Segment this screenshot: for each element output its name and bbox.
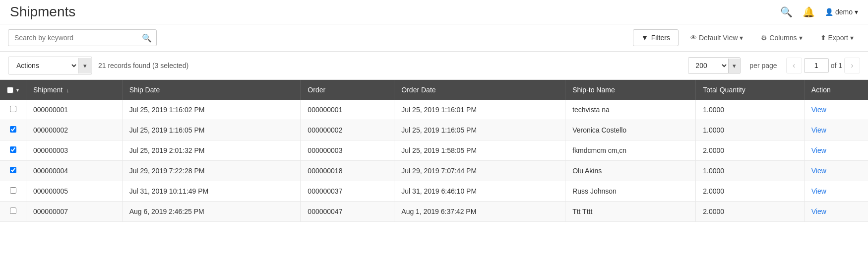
- table-header-row: ▾ Shipment ↓ Ship Date Order Order Date …: [0, 80, 868, 100]
- export-icon: ⬆: [820, 34, 826, 42]
- th-ship-to-name: Ship-to Name: [565, 80, 696, 100]
- per-page-label: per page: [745, 62, 781, 70]
- search-submit-icon[interactable]: 🔍: [142, 33, 152, 43]
- top-bar: Shipments 🔍 🔔 👤 demo ▾: [0, 0, 868, 24]
- row-ship_date: Jul 25, 2019 2:01:32 PM: [122, 140, 301, 161]
- row-shipment: 000000001: [26, 100, 123, 120]
- view-link[interactable]: View: [811, 208, 826, 215]
- view-icon: 👁: [690, 34, 697, 42]
- th-dropdown-arrow[interactable]: ▾: [16, 87, 19, 93]
- row-total_quantity: 1.0000: [696, 120, 805, 140]
- row-checkbox[interactable]: [10, 126, 16, 133]
- row-ship_to_name: techvista na: [565, 100, 696, 120]
- columns-button[interactable]: ⚙ Columns ▾: [754, 29, 808, 46]
- prev-page-button[interactable]: ‹: [786, 58, 802, 73]
- row-action-cell: View: [804, 140, 868, 161]
- table-row: 000000003Jul 25, 2019 2:01:32 PM00000000…: [0, 140, 868, 161]
- actions-bar-right: 200 ▾ per page ‹ of 1 ›: [688, 57, 860, 74]
- row-order: 000000018: [301, 161, 394, 181]
- user-dropdown-arrow: ▾: [855, 8, 858, 16]
- view-button[interactable]: 👁 Default View ▾: [683, 29, 749, 46]
- page-number-input[interactable]: [804, 58, 829, 73]
- view-link[interactable]: View: [811, 187, 826, 195]
- table-row: 000000001Jul 25, 2019 1:16:02 PM00000000…: [0, 100, 868, 120]
- columns-label: Columns: [769, 34, 797, 42]
- columns-dropdown-arrow: ▾: [799, 34, 803, 42]
- per-page-select[interactable]: 200: [688, 58, 728, 73]
- row-checkbox-cell: [0, 161, 26, 181]
- export-dropdown-arrow: ▾: [850, 34, 854, 42]
- row-action-cell: View: [804, 181, 868, 202]
- search-input[interactable]: [8, 29, 157, 46]
- row-order: 000000037: [301, 181, 394, 202]
- toolbar-left: 🔍: [8, 29, 157, 46]
- table-row: 000000002Jul 25, 2019 1:16:05 PM00000000…: [0, 120, 868, 140]
- row-total_quantity: 2.0000: [696, 140, 805, 161]
- actions-dropdown-button[interactable]: ▾: [78, 58, 92, 73]
- actions-bar-left: Actions ▾ 21 records found (3 selected): [8, 57, 188, 74]
- row-action-cell: View: [804, 161, 868, 181]
- row-total_quantity: 2.0000: [696, 202, 805, 222]
- filters-label: Filters: [651, 34, 670, 42]
- row-checkbox[interactable]: [10, 106, 16, 112]
- export-label: Export: [828, 34, 848, 42]
- row-order_date: Jul 25, 2019 1:58:05 PM: [394, 140, 565, 161]
- view-link[interactable]: View: [811, 146, 826, 154]
- row-order_date: Jul 25, 2019 1:16:01 PM: [394, 100, 565, 120]
- row-order: 000000001: [301, 100, 394, 120]
- row-action-cell: View: [804, 100, 868, 120]
- next-page-button[interactable]: ›: [844, 58, 860, 73]
- user-label: demo: [835, 8, 853, 16]
- row-checkbox[interactable]: [10, 187, 16, 194]
- row-checkbox-cell: [0, 202, 26, 222]
- view-dropdown-arrow: ▾: [740, 34, 743, 42]
- view-link[interactable]: View: [811, 126, 826, 134]
- th-order-date-label: Order Date: [401, 86, 435, 94]
- row-action-cell: View: [804, 202, 868, 222]
- row-ship_date: Jul 31, 2019 10:11:49 PM: [122, 181, 301, 202]
- shipments-table: ▾ Shipment ↓ Ship Date Order Order Date …: [0, 80, 868, 222]
- sort-shipment-icon[interactable]: ↓: [66, 87, 69, 93]
- row-checkbox-cell: [0, 100, 26, 120]
- row-checkbox[interactable]: [10, 146, 16, 153]
- row-shipment: 000000003: [26, 140, 123, 161]
- table-row: 000000007Aug 6, 2019 2:46:25 PM000000047…: [0, 202, 868, 222]
- row-order: 000000002: [301, 120, 394, 140]
- row-order_date: Aug 1, 2019 6:37:42 PM: [394, 202, 565, 222]
- row-checkbox[interactable]: [10, 208, 16, 214]
- th-select-all: ▾: [0, 80, 26, 100]
- pagination: ‹ of 1 ›: [786, 58, 860, 73]
- table-row: 000000004Jul 29, 2019 7:22:28 PM00000001…: [0, 161, 868, 181]
- row-ship_to_name: fkmdcmcm cm,cn: [565, 140, 696, 161]
- row-ship_date: Jul 25, 2019 1:16:05 PM: [122, 120, 301, 140]
- row-shipment: 000000005: [26, 181, 123, 202]
- row-order: 000000003: [301, 140, 394, 161]
- row-checkbox[interactable]: [10, 167, 16, 173]
- bell-icon[interactable]: 🔔: [803, 6, 815, 18]
- row-checkbox-cell: [0, 181, 26, 202]
- view-link[interactable]: View: [811, 167, 826, 175]
- th-shipment: Shipment ↓: [26, 80, 123, 100]
- th-order-date: Order Date: [394, 80, 565, 100]
- th-ship-date: Ship Date: [122, 80, 301, 100]
- row-action-cell: View: [804, 120, 868, 140]
- th-shipment-label: Shipment: [33, 86, 62, 94]
- row-order_date: Jul 29, 2019 7:07:44 PM: [394, 161, 565, 181]
- row-order_date: Jul 25, 2019 1:16:05 PM: [394, 120, 565, 140]
- export-button[interactable]: ⬆ Export ▾: [814, 29, 860, 46]
- select-all-checkbox[interactable]: [7, 87, 13, 93]
- row-ship_to_name: Veronica Costello: [565, 120, 696, 140]
- records-info: 21 records found (3 selected): [98, 62, 188, 70]
- row-checkbox-cell: [0, 140, 26, 161]
- th-action-label: Action: [811, 86, 831, 94]
- filters-button[interactable]: ▼ Filters: [633, 29, 679, 46]
- per-page-dropdown-button[interactable]: ▾: [728, 59, 740, 73]
- view-link[interactable]: View: [811, 106, 826, 114]
- actions-select[interactable]: Actions: [8, 57, 78, 74]
- row-ship_date: Jul 25, 2019 1:16:02 PM: [122, 100, 301, 120]
- th-ship-date-label: Ship Date: [129, 86, 160, 94]
- row-shipment: 000000004: [26, 161, 123, 181]
- th-order: Order: [301, 80, 394, 100]
- user-menu[interactable]: 👤 demo ▾: [825, 8, 858, 16]
- search-icon[interactable]: 🔍: [780, 6, 793, 18]
